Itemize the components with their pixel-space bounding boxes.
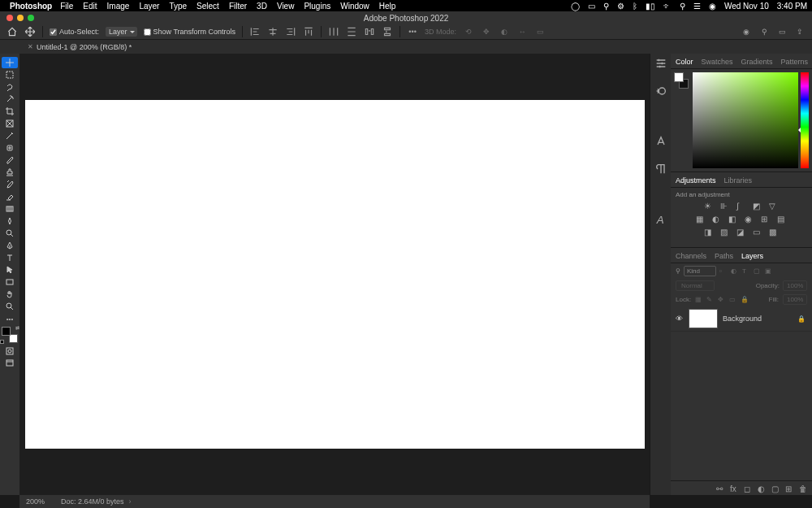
color-fgbg-swatch[interactable]	[674, 72, 690, 168]
layer-filter-kind[interactable]: Kind	[684, 266, 716, 276]
layer-lock-icon[interactable]: 🔒	[797, 315, 806, 323]
blur-tool[interactable]	[2, 215, 18, 227]
shape-tool[interactable]	[2, 276, 18, 288]
lock-image-icon[interactable]: ✎	[706, 296, 714, 303]
layer-name-label[interactable]: Background	[723, 315, 793, 323]
layer-item[interactable]: 👁 Background 🔒	[671, 306, 812, 332]
selective-color-icon[interactable]: ▩	[769, 228, 779, 237]
visibility-icon[interactable]: 👁	[674, 315, 684, 323]
brush-tool[interactable]	[2, 154, 18, 166]
menu-help[interactable]: Help	[379, 2, 396, 11]
channel-mixer-icon[interactable]: ⊞	[761, 215, 771, 224]
auto-select-dropdown[interactable]: Layer	[106, 27, 137, 37]
document-tab[interactable]: ✕ Untitled-1 @ 200% (RGB/8) *	[23, 43, 136, 51]
curves-icon[interactable]: ∫	[736, 202, 746, 211]
canvas[interactable]	[25, 100, 645, 449]
show-transform-group[interactable]: Show Transform Controls	[144, 28, 236, 36]
photo-filter-icon[interactable]: ◉	[745, 215, 754, 224]
search-icon[interactable]: ⚲	[680, 2, 685, 11]
history-brush-tool[interactable]	[2, 179, 18, 190]
marquee-tool[interactable]	[2, 69, 18, 80]
menu-plugins[interactable]: Plugins	[304, 2, 330, 11]
opacity-field[interactable]: 100%	[783, 280, 807, 291]
tab-color[interactable]: Color	[676, 55, 693, 68]
properties-icon[interactable]	[654, 57, 667, 70]
menu-window[interactable]: Window	[340, 2, 369, 11]
minimize-window-button[interactable]	[17, 15, 24, 21]
lock-position-icon[interactable]: ✥	[718, 296, 725, 303]
screen-mode-tool[interactable]	[2, 358, 18, 369]
gradient-tool[interactable]	[2, 203, 18, 215]
maximize-window-button[interactable]	[28, 15, 34, 21]
menu-view[interactable]: View	[277, 2, 295, 11]
filter-shape-icon[interactable]: ▢	[754, 267, 762, 276]
menu-file[interactable]: File	[60, 2, 73, 11]
foreground-background-color[interactable]: ⇄	[2, 327, 18, 343]
menu-3d[interactable]: 3D	[257, 2, 267, 11]
user-icon[interactable]: ◉	[709, 2, 716, 11]
bw-icon[interactable]: ◧	[728, 215, 738, 224]
filter-type-icon[interactable]: T	[742, 267, 750, 276]
align-center-h-icon[interactable]	[267, 26, 279, 37]
align-right-icon[interactable]	[285, 26, 296, 37]
default-colors-icon[interactable]	[0, 340, 4, 344]
record-icon[interactable]: ◯	[571, 2, 580, 11]
hand-tool[interactable]	[2, 289, 18, 300]
home-icon[interactable]	[6, 26, 18, 37]
bluetooth-icon[interactable]: ᛒ	[633, 2, 637, 11]
workspace-icon[interactable]: ▭	[776, 26, 788, 37]
filter-pixel-icon[interactable]: ▫	[719, 267, 728, 276]
tab-gradients[interactable]: Gradients	[741, 55, 773, 68]
menu-layer[interactable]: Layer	[139, 2, 159, 11]
heal-tool[interactable]	[2, 142, 18, 154]
dodge-tool[interactable]	[2, 228, 18, 239]
tab-libraries[interactable]: Libraries	[724, 174, 753, 187]
gear-icon[interactable]: ⚙	[617, 2, 624, 11]
history-icon[interactable]	[654, 85, 667, 98]
battery-icon[interactable]: ▮▯	[646, 2, 655, 11]
tab-patterns[interactable]: Patterns	[781, 55, 809, 68]
distribute-spacing-h-icon[interactable]	[364, 26, 375, 37]
auto-select-group[interactable]: Auto-Select:	[50, 28, 99, 36]
mask-icon[interactable]: ◻	[744, 484, 752, 493]
tab-channels[interactable]: Channels	[676, 250, 706, 263]
blend-mode-dropdown[interactable]: Normal	[676, 280, 715, 291]
canvas-area[interactable]	[19, 54, 650, 495]
fill-field[interactable]: 100%	[783, 294, 807, 305]
link-layers-icon[interactable]: ⚯	[716, 484, 724, 493]
align-left-icon[interactable]	[249, 26, 261, 37]
close-window-button[interactable]	[6, 15, 13, 21]
filter-smart-icon[interactable]: ▣	[765, 267, 773, 276]
glyphs-icon[interactable]: A	[654, 213, 667, 226]
fill-adjust-icon[interactable]: ◐	[758, 484, 766, 493]
distribute-v-icon[interactable]	[346, 26, 357, 37]
panel-fg-swatch[interactable]	[674, 72, 684, 82]
more-options-icon[interactable]: •••	[407, 26, 418, 37]
wand-tool[interactable]	[2, 93, 18, 105]
control-center-icon[interactable]: ☰	[693, 2, 701, 11]
posterize-icon[interactable]: ▨	[720, 228, 730, 237]
move-tool-icon[interactable]	[24, 26, 36, 37]
edit-toolbar-icon[interactable]: •••	[2, 315, 18, 323]
close-tab-icon[interactable]: ✕	[28, 43, 33, 50]
type-tool[interactable]	[2, 252, 18, 263]
saturation-picker[interactable]	[693, 72, 798, 168]
time-text[interactable]: 3:40 PM	[777, 2, 807, 11]
invert-icon[interactable]: ◨	[704, 228, 714, 237]
distribute-spacing-v-icon[interactable]	[382, 26, 393, 37]
tab-layers[interactable]: Layers	[741, 250, 763, 263]
align-top-icon[interactable]	[303, 26, 314, 37]
tab-swatches[interactable]: Swatches	[702, 55, 733, 68]
share-icon[interactable]: ⇪	[794, 26, 806, 37]
hue-sat-icon[interactable]: ▦	[696, 215, 706, 224]
eraser-tool[interactable]	[2, 191, 18, 202]
new-layer-icon[interactable]: ⊞	[785, 484, 793, 493]
zoom-level[interactable]: 200%	[26, 497, 45, 506]
foreground-color-swatch[interactable]	[2, 327, 11, 336]
lasso-tool[interactable]	[2, 81, 18, 93]
fx-icon[interactable]: fx	[730, 484, 738, 493]
menu-select[interactable]: Select	[197, 2, 219, 11]
color-lookup-icon[interactable]: ▤	[777, 215, 787, 224]
menu-filter[interactable]: Filter	[229, 2, 247, 11]
quick-mask-tool[interactable]	[2, 345, 18, 357]
